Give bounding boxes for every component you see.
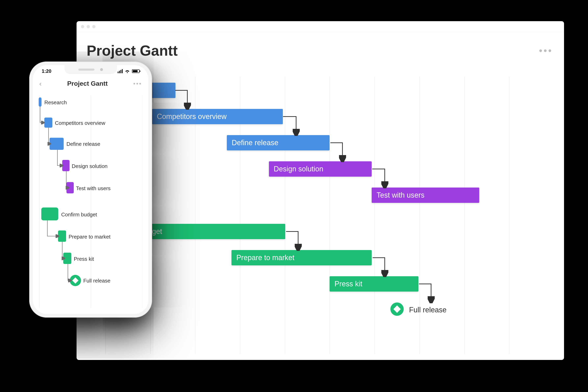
phone-speaker-icon <box>78 68 94 70</box>
window-zoom-icon[interactable] <box>92 25 95 28</box>
phone-gantt-chart: Research Competitors overview Define rel… <box>38 96 143 308</box>
phone-device: 1:20 ‹ Project Gantt ••• Research Compet… <box>29 62 152 318</box>
window-min-icon[interactable] <box>87 25 90 28</box>
cellular-signal-icon <box>118 69 123 73</box>
status-time: 1:20 <box>42 68 51 74</box>
phone-dependency-arrows <box>38 96 143 308</box>
gantt-chart: Research Competitors overview Define rel… <box>87 77 554 354</box>
phone-notch <box>64 65 117 74</box>
wifi-icon <box>125 69 130 73</box>
phone-screen: 1:20 ‹ Project Gantt ••• Research Compet… <box>33 65 149 314</box>
more-menu-button[interactable]: ••• <box>538 48 554 53</box>
phone-page-title: Project Gantt <box>67 80 108 87</box>
back-button[interactable]: ‹ <box>39 80 41 88</box>
battery-icon <box>132 69 140 73</box>
phone-header: ‹ Project Gantt ••• <box>33 80 149 88</box>
page-title: Project Gantt <box>87 42 178 59</box>
phone-more-menu-button[interactable]: ••• <box>133 80 142 87</box>
dependency-arrows <box>87 77 554 354</box>
window-titlebar <box>77 21 564 32</box>
window-close-icon[interactable] <box>81 25 84 28</box>
phone-camera-icon <box>100 68 103 71</box>
